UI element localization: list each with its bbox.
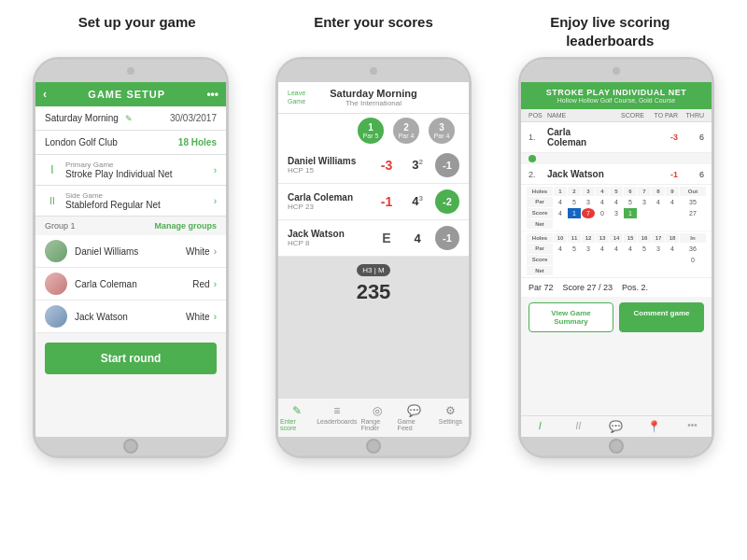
header-col3: Enjoy live scoring leaderboards	[507, 13, 712, 49]
tab-lb-label: Leaderboards	[317, 418, 357, 425]
lb-pos-1: 1.	[529, 133, 547, 142]
sc-score-3: 7	[582, 208, 595, 218]
lb-thru-1: 6	[678, 133, 704, 142]
player-color-2: Red	[192, 279, 209, 289]
home-button-2[interactable]	[366, 439, 381, 454]
sc-par-b-11: 5	[568, 244, 581, 254]
sc-h7: 7	[638, 187, 651, 196]
sc-h1: 1	[554, 187, 567, 196]
header-col2: Enter your scores	[271, 13, 476, 49]
tab-enter-label: Enter score	[280, 418, 313, 431]
sc-net-4	[596, 219, 609, 229]
score-row-1[interactable]: Daniel Williams HCP 15 -3 32 -1	[278, 147, 469, 184]
avatar-1	[45, 240, 67, 262]
sc-score-7	[638, 208, 651, 218]
col-par-label: TO PAR	[644, 112, 678, 119]
sc-par-7: 3	[638, 197, 651, 207]
sc-net-5	[610, 219, 623, 229]
player-name-1: Daniel Williams	[75, 246, 186, 257]
start-round-button[interactable]: Start round	[45, 343, 217, 374]
sc-h8: 8	[652, 187, 665, 196]
lb-nav-1[interactable]: I	[521, 420, 559, 433]
settings-icon: ⚙	[445, 404, 456, 417]
tab-range-finder[interactable]: ◎ Range Finder	[359, 402, 395, 433]
hole-indicator: H3 | M	[357, 264, 389, 276]
setup-header: ‹ GAME SETUP •••	[35, 82, 226, 106]
empty-area: H3 | M 235	[278, 257, 469, 398]
side-game-row[interactable]: II Side Game Stableford Regular Net ›	[35, 186, 226, 217]
camera-dot-2	[370, 67, 377, 75]
holes-value: 18 Holes	[178, 137, 217, 147]
lb-subtitle: Hollow Hollow Golf Course, Gold Course	[529, 97, 704, 104]
summary-score: Score 27 / 23	[563, 283, 613, 292]
phone1-top-bar	[35, 60, 226, 82]
sc-par-b-16: 5	[638, 244, 651, 254]
sc-s12	[582, 255, 595, 265]
header-col1: Set up your game	[35, 13, 240, 49]
lb-row-1[interactable]: 1. Carla Coleman -3 6	[521, 122, 712, 153]
sc-h10: 10	[554, 233, 567, 243]
score-row-2[interactable]: Carla Coleman HCP 23 -1 43 -2	[278, 184, 469, 220]
tab-game-feed[interactable]: 💬 Game Feed	[396, 402, 432, 433]
score-circle-2: -2	[435, 189, 459, 214]
player-row-3[interactable]: Jack Watson White ›	[35, 301, 226, 333]
primary-game-row[interactable]: I Primary Game Stroke Play Individual Ne…	[35, 155, 226, 186]
score-player-name-3: Jack Watson	[288, 229, 374, 239]
player-name-2: Carla Coleman	[75, 279, 192, 289]
nav-icon-4: 📍	[647, 420, 661, 433]
sc-par-b-17: 3	[652, 244, 665, 254]
sc-score-2: 1	[568, 208, 581, 218]
avatar-3	[45, 305, 67, 328]
sc-net-7	[638, 219, 651, 229]
score-gross-1: 32	[400, 158, 435, 172]
sc-net-1	[554, 219, 567, 229]
lb-row-2[interactable]: 2. Jack Watson -1 6	[521, 164, 712, 185]
score-circle-1: -1	[435, 153, 459, 177]
score-gross-2: 43	[400, 194, 435, 208]
sc-h6: 6	[624, 187, 637, 196]
tab-leaderboards[interactable]: ≡ Leaderboards	[315, 402, 359, 433]
player-row-1[interactable]: Daniel Williams White ›	[35, 235, 226, 268]
home-button[interactable]	[123, 439, 138, 454]
score-row-3[interactable]: Jack Watson HCP 8 E 4 -1	[278, 220, 469, 257]
player-color-1: White	[186, 246, 210, 257]
lb-name-1: Carla Coleman	[547, 127, 611, 147]
enter-score-icon: ✎	[292, 404, 302, 417]
comment-game-btn[interactable]: Comment game	[619, 302, 704, 332]
phone2-bottom	[278, 437, 469, 455]
sc-h16: 16	[638, 233, 651, 243]
chevron-p1: ›	[214, 246, 217, 257]
side-game-name: Stableford Regular Net	[65, 200, 214, 210]
camera-dot	[127, 67, 134, 75]
tab-settings[interactable]: ⚙ Settings	[432, 402, 469, 433]
score-net-2: -1	[374, 194, 400, 209]
edit-icon[interactable]: ✎	[125, 114, 133, 123]
summary-par: Par 72	[529, 283, 554, 292]
player-color-3: White	[186, 312, 210, 322]
leave-game-btn[interactable]: LeaveGame	[288, 90, 305, 105]
player-row-2[interactable]: Carla Coleman Red ›	[35, 268, 226, 301]
manage-groups-btn[interactable]: Manage groups	[154, 221, 217, 231]
lb-nav-2[interactable]: II	[559, 420, 598, 433]
home-button-3[interactable]	[609, 439, 624, 454]
sc-n12	[582, 266, 595, 275]
col-pos-label: POS	[529, 112, 547, 119]
primary-game-icon: I	[45, 162, 60, 177]
sc-par-b-10: 4	[554, 244, 567, 254]
score-net-3: E	[374, 231, 400, 245]
sc-h18: 18	[666, 233, 679, 243]
sc-s15	[624, 255, 637, 265]
nav-icon-1: I	[539, 420, 542, 431]
lb-nav-3[interactable]: 💬	[598, 420, 636, 433]
more-icon[interactable]: •••	[206, 88, 218, 101]
tab-enter-score[interactable]: ✎ Enter score	[278, 402, 315, 433]
active-indicator	[529, 155, 536, 162]
scorecard-grid-front: Holes 1 2 3 4 5 6 7 8 9 Out Par 4 5 3 4	[527, 187, 706, 229]
header-row: Set up your game Enter your scores Enjoy…	[0, 0, 747, 57]
sc-s18	[666, 255, 679, 265]
lb-nav-5[interactable]: •••	[673, 420, 712, 433]
lb-nav-4[interactable]: 📍	[635, 420, 673, 433]
view-summary-btn[interactable]: View Game Summary	[529, 302, 613, 332]
player-name-3: Jack Watson	[75, 312, 186, 322]
sc-n16	[638, 266, 651, 275]
